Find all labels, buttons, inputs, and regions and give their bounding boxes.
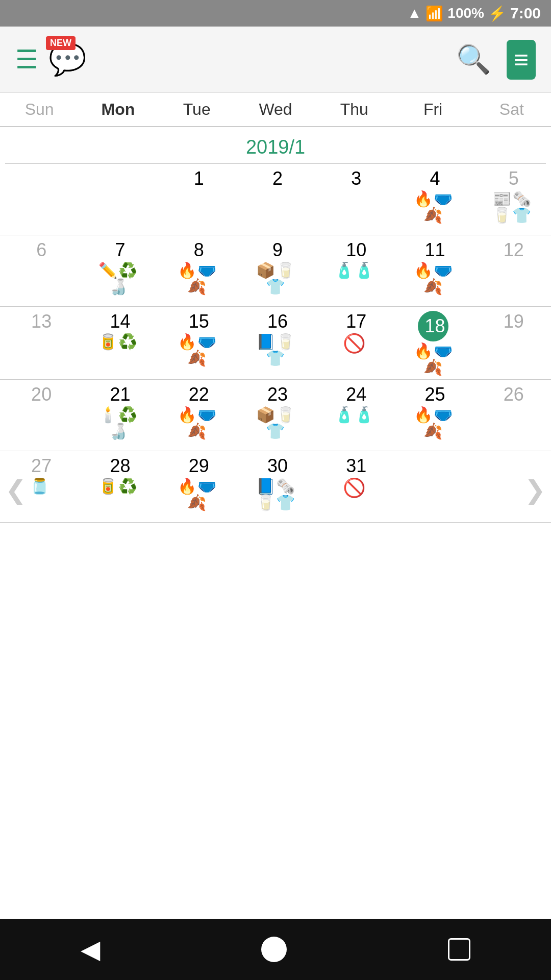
calendar-cell-5-3[interactable]: 29🔥🩲🍂 [158, 451, 236, 522]
cell-icons-28: 🥫♻️ [82, 479, 154, 494]
trash-icon: 📰 [492, 191, 511, 207]
trash-icon: 🥛 [256, 495, 275, 510]
home-button[interactable] [261, 937, 287, 962]
calendar-cell-1-3[interactable]: 1 [158, 164, 236, 235]
calendar-cell-2-6[interactable]: 11🔥🩲🍂 [393, 235, 472, 306]
next-month-button[interactable]: ❯ [519, 470, 551, 510]
calendar-cell-1-1 [0, 164, 79, 235]
dow-friday: Fri [393, 100, 472, 119]
cell-icons-29: 🔥🩲🍂 [161, 479, 233, 510]
trash-icon: ♻️ [118, 263, 137, 278]
trash-icon: 🥫 [98, 479, 117, 494]
recent-button[interactable] [448, 938, 470, 961]
calendar-cell-2-2[interactable]: 7✏️♻️🍶 [79, 235, 157, 306]
bottom-navigation: ◀ [0, 919, 551, 980]
calendar-cell-4-2[interactable]: 21🕯️♻️🍶 [79, 380, 157, 451]
trash-icon: 🧴 [355, 407, 373, 423]
cell-icons-8: 🔥🩲🍂 [161, 263, 233, 295]
trash-icon: 👕 [276, 495, 295, 510]
dow-tuesday: Tue [158, 100, 236, 119]
calendar-cell-5-4[interactable]: 30📘🗞️🥛👕 [236, 451, 315, 522]
day-number-23: 23 [239, 384, 312, 405]
calendar-cell-1-2 [79, 164, 157, 235]
trash-icon: 🔥 [414, 407, 433, 423]
trash-icon: 🍶 [109, 424, 128, 439]
list-button[interactable]: ≡ [507, 40, 536, 80]
day-of-week-header: Sun Mon Tue Wed Thu Fri Sat [0, 93, 551, 127]
trash-icon: 🔥 [178, 263, 196, 278]
trash-icon: 📦 [256, 407, 275, 423]
search-button[interactable]: 🔍 [456, 43, 491, 76]
prev-month-button[interactable]: ❮ [0, 470, 32, 510]
calendar-cell-2-1[interactable]: 6 [0, 235, 79, 306]
trash-icon: 🩲 [434, 191, 453, 207]
calendar-cell-1-5[interactable]: 3 [315, 164, 393, 235]
trash-icon: 🫙 [30, 479, 49, 494]
no-fire-icon: 🚫 [343, 479, 366, 497]
trash-icon: 🥛 [276, 334, 295, 350]
calendar-cell-4-5[interactable]: 24🧴🧴 [315, 380, 393, 451]
trash-icon: ✏️ [98, 263, 117, 278]
status-bar: ▲ 📶 100% ⚡ 7:00 [0, 0, 551, 27]
dow-wednesday: Wed [236, 100, 315, 119]
trash-icon: 🩲 [434, 344, 453, 359]
day-number-28: 28 [82, 455, 154, 477]
trash-icon: 📘 [256, 334, 275, 350]
day-number-19: 19 [475, 311, 548, 332]
calendar-cell-3-5[interactable]: 17🚫 [315, 307, 393, 379]
new-badge: NEW [46, 36, 76, 50]
trash-icon: 🧴 [335, 263, 354, 278]
calendar-cell-3-2[interactable]: 14🥫♻️ [79, 307, 157, 379]
calendar-cell-1-6[interactable]: 4🔥🩲🍂 [393, 164, 472, 235]
calendar-cell-1-4[interactable]: 2 [236, 164, 315, 235]
calendar-cell-3-1[interactable]: 13 [0, 307, 79, 379]
app-bar-right: 🔍 ≡ [456, 40, 536, 80]
trash-icon: 🗞️ [276, 479, 295, 494]
day-number-29: 29 [161, 455, 233, 477]
calendar-cell-2-4[interactable]: 9📦🥛👕 [236, 235, 315, 306]
day-number-10: 10 [318, 239, 390, 261]
calendar-cell-2-5[interactable]: 10🧴🧴 [315, 235, 393, 306]
calendar-cell-4-6[interactable]: 25🔥🩲🍂 [393, 380, 472, 451]
calendar-cell-3-3[interactable]: 15🔥🩲🍂 [158, 307, 236, 379]
calendar-cell-5-2[interactable]: 28🥫♻️ [79, 451, 157, 522]
trash-icon: 🩲 [434, 407, 453, 423]
day-number-18: 18 [418, 311, 448, 341]
trash-icon: 🩲 [434, 263, 453, 278]
day-number-15: 15 [161, 311, 233, 332]
day-number-13: 13 [3, 311, 76, 332]
calendar-cell-3-6[interactable]: 18🔥🩲🍂 [393, 307, 472, 379]
calendar-cell-4-1[interactable]: 20 [0, 380, 79, 451]
day-number-31: 31 [318, 455, 390, 477]
calendar-cell-2-7[interactable]: 12 [472, 235, 551, 306]
cell-icons-10: 🧴🧴 [318, 263, 390, 278]
trash-icon: 🍂 [187, 495, 206, 510]
cell-icons-18: 🔥🩲🍂 [396, 344, 469, 375]
day-number-30: 30 [239, 455, 312, 477]
trash-icon: 🩲 [197, 407, 216, 423]
calendar-cell-4-4[interactable]: 23📦🥛👕 [236, 380, 315, 451]
status-icons: ▲ 📶 100% ⚡ 7:00 [408, 5, 541, 22]
cell-icons-4: 🔥🩲🍂 [396, 191, 469, 223]
calendar-week-5: 27🫙28🥫♻️29🔥🩲🍂30📘🗞️🥛👕31🚫 [0, 451, 551, 523]
trash-icon: 🍂 [187, 279, 206, 295]
chat-button[interactable]: NEW 💬 [48, 41, 87, 78]
day-number-5: 5 [475, 168, 548, 189]
calendar-week-3: 1314🥫♻️15🔥🩲🍂16📘🥛👕17🚫18🔥🩲🍂19 [0, 307, 551, 380]
cell-icons-9: 📦🥛👕 [239, 263, 312, 295]
trash-icon: 🍂 [423, 360, 442, 375]
signal-icon: 📶 [425, 5, 443, 22]
calendar-cell-3-4[interactable]: 16📘🥛👕 [236, 307, 315, 379]
time-display: 7:00 [510, 5, 541, 22]
calendar-cell-2-3[interactable]: 8🔥🩲🍂 [158, 235, 236, 306]
calendar-cell-1-7[interactable]: 5📰🗞️🥛👕 [472, 164, 551, 235]
day-number-20: 20 [3, 384, 76, 405]
menu-button[interactable]: ☰ [15, 45, 38, 75]
calendar-cell-4-3[interactable]: 22🔥🩲🍂 [158, 380, 236, 451]
calendar-cell-5-5[interactable]: 31🚫 [315, 451, 393, 522]
trash-icon: 👕 [512, 208, 531, 223]
calendar-cell-3-7[interactable]: 19 [472, 307, 551, 379]
back-button[interactable]: ◀ [81, 935, 100, 964]
trash-icon: ♻️ [118, 334, 137, 350]
calendar-cell-4-7[interactable]: 26 [472, 380, 551, 451]
